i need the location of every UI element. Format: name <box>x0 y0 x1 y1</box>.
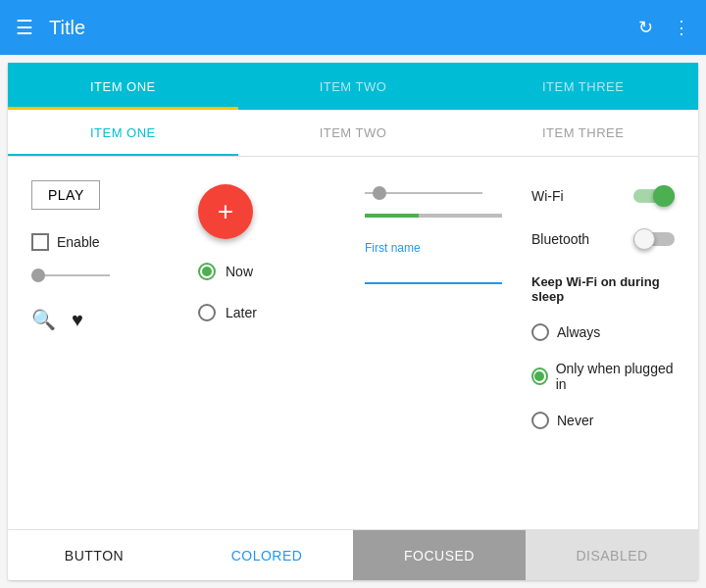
enable-label: Enable <box>57 234 100 250</box>
radio-later[interactable] <box>198 304 216 321</box>
wifi-never-row: Never <box>531 412 675 429</box>
column-3: First name <box>357 172 516 514</box>
play-button[interactable]: PLAY <box>31 180 100 210</box>
button-focused[interactable]: FOCUSED <box>353 530 526 580</box>
heart-icon[interactable]: ♥ <box>72 309 83 331</box>
wifi-never-label: Never <box>557 413 593 428</box>
bluetooth-toggle-row: Bluetooth <box>531 223 675 255</box>
wifi-toggle[interactable] <box>633 184 675 208</box>
enable-checkbox[interactable] <box>31 233 49 251</box>
menu-icon[interactable]: ☰ <box>16 16 33 39</box>
app-bar: ☰ Title ↻ ⋮ <box>0 0 706 55</box>
column-1: PLAY Enable 🔍 ♥ <box>24 172 182 514</box>
slider-1[interactable] <box>31 274 175 276</box>
wifi-radio-always[interactable] <box>531 323 549 341</box>
column-2: + Now Later <box>190 172 349 514</box>
content-area: PLAY Enable 🔍 ♥ + <box>8 157 698 529</box>
wifi-always-label: Always <box>557 324 600 340</box>
radio-later-row: Later <box>198 304 257 321</box>
tab-bar-colored: ITEM ONE ITEM TWO ITEM THREE <box>8 63 698 110</box>
enable-checkbox-row: Enable <box>31 233 175 251</box>
bluetooth-label: Bluetooth <box>531 231 589 247</box>
tab-colored-item-three[interactable]: ITEM THREE <box>468 63 698 110</box>
wifi-plugged-label: Only when plugged in <box>556 361 675 392</box>
tab-colored-item-two[interactable]: ITEM TWO <box>238 63 469 110</box>
app-bar-actions: ↻ ⋮ <box>638 17 690 38</box>
wifi-radio-never[interactable] <box>531 412 549 429</box>
wifi-radio-plugged[interactable] <box>531 368 548 385</box>
app-title: Title <box>49 17 638 39</box>
first-name-label: First name <box>365 241 508 255</box>
tab-white-item-two[interactable]: ITEM TWO <box>238 110 469 156</box>
button-disabled: DISABLED <box>526 530 698 580</box>
radio-now-label: Now <box>226 264 253 279</box>
column-4: Wi-Fi Bluetooth Keep Wi-Fi on during sle… <box>524 172 682 514</box>
wifi-sleep-title: Keep Wi-Fi on during sleep <box>531 274 675 304</box>
wifi-always-row: Always <box>531 323 675 341</box>
radio-now-row: Now <box>198 263 253 280</box>
radio-later-label: Later <box>226 305 257 320</box>
tab-colored-item-one[interactable]: ITEM ONE <box>8 63 238 110</box>
slider-2[interactable] <box>365 192 508 194</box>
main-card: ITEM ONE ITEM TWO ITEM THREE ITEM ONE IT… <box>8 63 698 580</box>
tab-bar-white: ITEM ONE ITEM TWO ITEM THREE <box>8 110 698 157</box>
search-icon[interactable]: 🔍 <box>31 308 56 331</box>
first-name-input[interactable] <box>365 259 502 284</box>
wifi-toggle-row: Wi-Fi <box>531 180 675 212</box>
first-name-field-container: First name <box>365 241 508 284</box>
tab-white-item-three[interactable]: ITEM THREE <box>468 110 698 156</box>
bluetooth-toggle[interactable] <box>633 227 675 251</box>
wifi-plugged-row: Only when plugged in <box>531 361 675 392</box>
progress-bar <box>365 214 508 218</box>
button-plain[interactable]: BUTTON <box>8 530 180 580</box>
refresh-icon[interactable]: ↻ <box>638 17 653 38</box>
fab-button[interactable]: + <box>198 184 253 239</box>
more-icon[interactable]: ⋮ <box>673 17 690 38</box>
wifi-label: Wi-Fi <box>531 188 564 204</box>
radio-now[interactable] <box>198 263 216 280</box>
icons-row: 🔍 ♥ <box>31 308 175 331</box>
button-colored[interactable]: COLORED <box>180 530 353 580</box>
tab-white-item-one[interactable]: ITEM ONE <box>8 110 238 156</box>
bottom-buttons: BUTTON COLORED FOCUSED DISABLED <box>8 529 698 580</box>
